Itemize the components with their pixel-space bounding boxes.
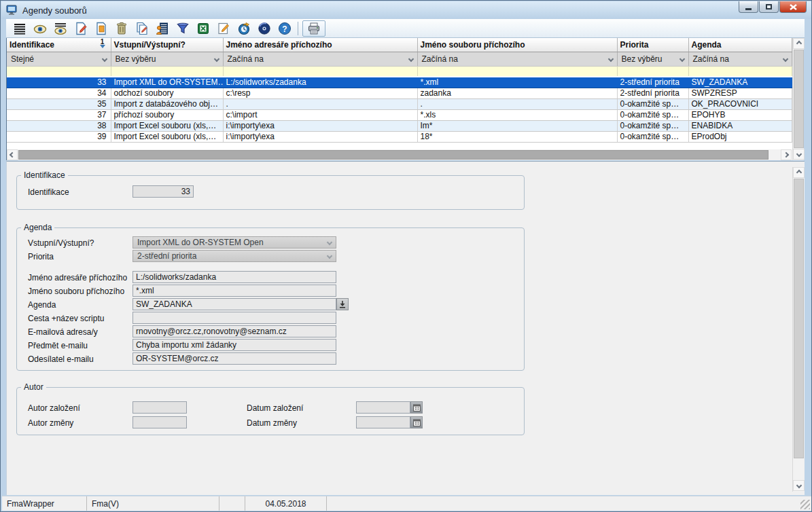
scroll-down-arrow[interactable] <box>793 480 805 491</box>
window-title: Agendy souborů <box>22 5 87 16</box>
column-header-priorita[interactable]: Priorita <box>617 38 688 52</box>
scroll-left-arrow[interactable] <box>7 149 18 160</box>
datum-zalozeni-field[interactable] <box>356 401 410 414</box>
scrollbar-thumb[interactable] <box>794 179 804 458</box>
agenda-field[interactable] <box>133 298 336 310</box>
filter-input-soubor[interactable] <box>417 66 617 77</box>
new-record-button[interactable] <box>71 20 91 37</box>
groupbox-legend: Identifikace <box>21 170 68 180</box>
close-button[interactable] <box>779 1 807 13</box>
vstupni-combo[interactable]: Import XML do OR-SYSTEM Open <box>133 236 336 249</box>
autor-zmeny-label: Autor změny <box>28 418 73 428</box>
column-header-soubor[interactable]: Jméno souboru příchozího <box>417 38 617 52</box>
groupbox-identifikace: Identifikace Identifikace <box>16 170 525 210</box>
status-segment-app: FmaWrapper <box>2 496 87 511</box>
status-segment-blank <box>219 496 245 511</box>
soubor-field[interactable] <box>133 285 336 297</box>
toolbar-separator <box>298 22 298 35</box>
grid-filter-input-row <box>7 66 792 77</box>
email-field[interactable] <box>133 325 336 337</box>
table-row[interactable]: 37příchozí souboryc:\import*.xls0-okamži… <box>7 109 792 120</box>
filter-input-vstupni[interactable] <box>111 66 223 77</box>
note-pencil-icon <box>217 22 230 35</box>
status-segment-context: Fma(V) <box>87 496 219 511</box>
filter-input-adresar[interactable] <box>223 66 417 77</box>
detail-vertical-scrollbar[interactable] <box>792 167 804 492</box>
chevron-down-icon <box>327 253 332 259</box>
odesilatel-label: Odesílatel e-mailu <box>28 354 94 364</box>
chevron-down-icon <box>101 56 107 61</box>
identifikace-field[interactable] <box>133 185 194 198</box>
vstupni-label: Vstupní/Výstupní? <box>28 238 94 248</box>
chevron-down-icon <box>327 240 332 245</box>
datum-zalozeni-calendar-button[interactable] <box>410 401 423 414</box>
trash-icon <box>115 22 128 35</box>
filter-operator-identifikace[interactable]: Stejné <box>7 52 111 66</box>
agenda-picker-button[interactable] <box>336 298 349 310</box>
script-field[interactable] <box>133 312 336 324</box>
predmet-field[interactable] <box>133 339 336 351</box>
table-row[interactable]: 33Import XML do OR-SYSTEM…L:/solidworks/… <box>7 77 792 88</box>
autor-zalozeni-field[interactable] <box>133 401 187 414</box>
help-button[interactable]: ? <box>275 20 295 37</box>
restore-button[interactable] <box>759 1 779 13</box>
chevron-down-icon <box>782 56 788 61</box>
filter-operator-vstupni[interactable]: Bez výběru <box>111 52 223 66</box>
column-header-identifikace[interactable]: Identifikace 1 <box>7 38 111 52</box>
delete-record-button[interactable] <box>111 20 132 37</box>
autor-zalozeni-label: Autor založení <box>28 403 80 413</box>
odesilatel-field[interactable] <box>133 352 336 365</box>
print-button[interactable] <box>302 20 325 37</box>
app-window: Agendy souborů <box>0 0 812 512</box>
filter-operator-adresar[interactable]: Začíná na <box>224 52 417 66</box>
filter-operator-priorita[interactable]: Bez výběru <box>618 52 688 66</box>
grid-horizontal-scrollbar[interactable] <box>7 149 792 160</box>
adresar-field[interactable] <box>133 271 336 283</box>
filter-input-identifikace[interactable] <box>7 66 111 77</box>
edit-record-button[interactable] <box>91 20 111 37</box>
edit-note-button[interactable] <box>213 20 234 37</box>
table-row[interactable]: 35Import z databázového obj…..0-okamžité… <box>7 98 792 109</box>
filter-input-agenda[interactable] <box>688 66 792 77</box>
agenda-label: Agenda <box>28 300 56 310</box>
minimize-button[interactable] <box>739 1 758 13</box>
column-header-adresar[interactable]: Jméno adresáře příchozího <box>223 38 417 52</box>
scrollbar-thumb[interactable] <box>794 50 804 148</box>
table-row[interactable]: 34odchozí souboryc:\respzadanka2-střední… <box>7 88 792 98</box>
column-header-vstupni[interactable]: Vstupní/Výstupní? <box>111 38 223 52</box>
autor-zmeny-field[interactable] <box>133 416 187 428</box>
groupbox-legend: Agenda <box>21 223 54 232</box>
media-button[interactable] <box>254 20 275 37</box>
copy-record-button[interactable] <box>132 20 152 37</box>
scroll-down-arrow[interactable] <box>793 149 805 160</box>
datum-zmeny-calendar-button[interactable] <box>410 416 423 428</box>
filter-button[interactable] <box>173 20 193 37</box>
list-button[interactable] <box>10 20 30 37</box>
table-row[interactable]: 38Import Excel souboru (xls,…i:\importy\… <box>7 120 792 131</box>
grid-header-row: Identifikace 1 Vstupní/Výstupní? Jméno a… <box>7 38 792 52</box>
scroll-up-arrow[interactable] <box>793 38 805 49</box>
view-button[interactable] <box>30 20 50 37</box>
scroll-up-arrow[interactable] <box>793 167 805 178</box>
datum-zmeny-label: Datum změny <box>247 418 297 428</box>
grid-vertical-scrollbar[interactable] <box>792 38 804 160</box>
table-row[interactable]: 39Import Excel souboru (xls,…i:\importy\… <box>7 131 792 142</box>
copy-document-icon <box>135 22 149 35</box>
eye-icon <box>33 22 47 35</box>
priorita-combo[interactable]: 2-střední priorita <box>133 250 336 262</box>
assign-user-button[interactable] <box>152 20 173 37</box>
export-excel-button[interactable] <box>193 20 213 37</box>
column-header-agenda[interactable]: Agenda <box>688 38 792 52</box>
filter-operator-agenda[interactable]: Začíná na <box>689 52 792 66</box>
filter-operator-soubor[interactable]: Začíná na <box>418 52 617 66</box>
scrollbar-thumb[interactable] <box>18 150 769 160</box>
email-label: E-mailová adresa/y <box>28 327 98 337</box>
filter-input-priorita[interactable] <box>617 66 688 77</box>
history-button[interactable] <box>234 20 254 37</box>
view-rows-button[interactable] <box>50 20 71 37</box>
eye-rows-icon <box>54 22 67 35</box>
app-icon <box>6 5 18 16</box>
scroll-right-arrow[interactable] <box>781 149 792 160</box>
resize-grip[interactable] <box>800 500 810 509</box>
datum-zmeny-field[interactable] <box>356 416 410 428</box>
